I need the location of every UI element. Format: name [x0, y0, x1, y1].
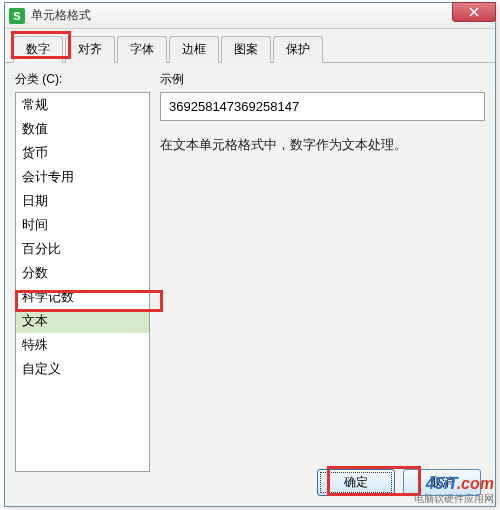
tab-font[interactable]: 字体 — [117, 36, 167, 63]
format-cells-dialog: S 单元格格式 数字 对齐 字体 边框 图案 保护 分类 (C): 常规 数值 … — [4, 2, 496, 507]
tab-content: 分类 (C): 常规 数值 货币 会计专用 日期 时间 百分比 分数 科学记数 … — [5, 63, 495, 473]
titlebar: S 单元格格式 — [5, 3, 495, 29]
sample-label: 示例 — [160, 71, 485, 88]
category-item-general[interactable]: 常规 — [16, 93, 149, 117]
cancel-button[interactable]: 取消 — [403, 469, 481, 496]
category-item-custom[interactable]: 自定义 — [16, 357, 149, 381]
window-title: 单元格格式 — [31, 7, 91, 24]
tab-pattern[interactable]: 图案 — [221, 36, 271, 63]
ok-button[interactable]: 确定 — [317, 469, 395, 496]
category-item-text[interactable]: 文本 — [16, 309, 149, 333]
format-description: 在文本单元格格式中，数字作为文本处理。 — [160, 135, 485, 155]
category-item-number[interactable]: 数值 — [16, 117, 149, 141]
close-icon — [469, 7, 479, 17]
category-item-accounting[interactable]: 会计专用 — [16, 165, 149, 189]
category-label: 分类 (C): — [15, 71, 150, 88]
tab-number[interactable]: 数字 — [13, 36, 63, 63]
app-icon: S — [9, 8, 25, 24]
tab-alignment[interactable]: 对齐 — [65, 36, 115, 63]
dialog-buttons: 确定 取消 — [317, 469, 481, 496]
detail-column: 示例 369258147369258147 在文本单元格格式中，数字作为文本处理… — [160, 71, 485, 465]
tab-border[interactable]: 边框 — [169, 36, 219, 63]
category-item-scientific[interactable]: 科学记数 — [16, 285, 149, 309]
category-item-date[interactable]: 日期 — [16, 189, 149, 213]
category-item-currency[interactable]: 货币 — [16, 141, 149, 165]
tab-strip: 数字 对齐 字体 边框 图案 保护 — [5, 29, 495, 63]
category-listbox[interactable]: 常规 数值 货币 会计专用 日期 时间 百分比 分数 科学记数 文本 特殊 自定… — [15, 92, 150, 472]
category-column: 分类 (C): 常规 数值 货币 会计专用 日期 时间 百分比 分数 科学记数 … — [15, 71, 150, 465]
category-item-percentage[interactable]: 百分比 — [16, 237, 149, 261]
category-item-time[interactable]: 时间 — [16, 213, 149, 237]
tab-protection[interactable]: 保护 — [273, 36, 323, 63]
category-item-fraction[interactable]: 分数 — [16, 261, 149, 285]
category-item-special[interactable]: 特殊 — [16, 333, 149, 357]
sample-value: 369258147369258147 — [160, 92, 485, 121]
close-button[interactable] — [452, 2, 496, 22]
